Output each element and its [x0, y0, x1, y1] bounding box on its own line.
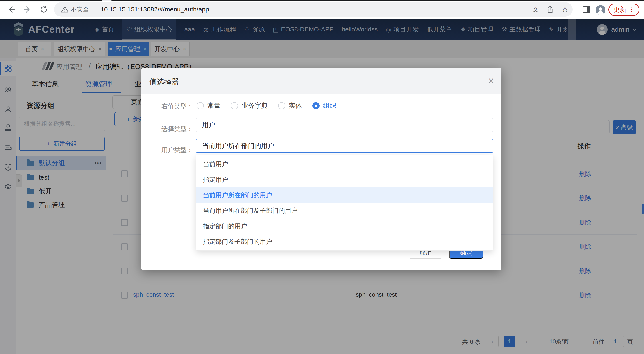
radio-entity[interactable]: 实体 — [278, 101, 302, 110]
bookmark-star-icon[interactable]: ☆ — [561, 5, 568, 14]
right-type-radio-group: 常量 业务字典 实体 组织 — [196, 101, 346, 110]
option-specified-user[interactable]: 指定用户 — [196, 172, 493, 187]
translate-icon[interactable]: 文 — [532, 5, 539, 14]
option-specified-dept-subdept-users[interactable]: 指定部门及子部门的用户 — [196, 234, 493, 249]
dialog-header: 值选择器 × — [141, 68, 502, 94]
radio-organization[interactable]: 组织 — [312, 101, 336, 110]
radio-business-dict[interactable]: 业务字典 — [231, 101, 268, 110]
browser-tab-notch — [102, 0, 112, 1]
security-label[interactable]: 不安全 — [71, 5, 89, 13]
address-bar[interactable]: 不安全 10.15.15.151:13082/#/menu_auth/app 文… — [54, 2, 572, 17]
browser-update-button[interactable]: 更新 ⋮ — [608, 3, 640, 16]
browser-back-button[interactable] — [5, 3, 18, 16]
radio-constant[interactable]: 常量 — [196, 101, 220, 110]
update-label: 更新 — [614, 5, 626, 14]
option-current-user-dept-subdept-users[interactable]: 当前用户所在部门及子部门的用户 — [196, 203, 493, 218]
value-selector-dialog: 值选择器 × 右值类型： 常量 业务字典 实体 组织 选择类型： 用户 用户类型… — [141, 68, 502, 270]
browser-menu-icon[interactable]: ⋮ — [629, 6, 634, 13]
radio-icon — [231, 102, 238, 109]
option-current-user-dept-users[interactable]: 当前用户所在部门的用户 — [196, 187, 493, 203]
select-type-label: 选择类型： — [146, 125, 193, 133]
user-type-label: 用户类型： — [146, 146, 193, 154]
right-type-label: 右值类型： — [146, 102, 193, 111]
radio-icon — [278, 102, 285, 109]
browser-profile-avatar[interactable] — [596, 5, 606, 15]
page-viewport: AFCenter ◈首页 ♡组织权限中心 aaa ⚖工作流程 ♡资源 ◳EOS8… — [0, 19, 644, 354]
user-type-field[interactable]: 当前用户所在部门的用户 — [196, 139, 493, 153]
user-type-dropdown: 当前用户 指定用户 当前用户所在部门的用户 当前用户所在部门及子部门的用户 指定… — [196, 155, 493, 251]
browser-forward-button[interactable] — [21, 3, 34, 16]
option-specified-dept-users[interactable]: 指定部门的用户 — [196, 218, 493, 234]
not-secure-warning-icon — [61, 6, 68, 13]
close-icon[interactable]: × — [488, 76, 494, 85]
radio-selected-icon — [312, 102, 320, 109]
option-current-user[interactable]: 当前用户 — [196, 156, 493, 172]
select-type-field[interactable]: 用户 — [196, 118, 493, 132]
radio-icon — [196, 102, 204, 109]
dialog-title: 值选择器 — [149, 77, 179, 87]
side-panel-icon[interactable] — [583, 6, 590, 12]
browser-reload-button[interactable] — [38, 3, 50, 16]
window-top-strip — [0, 0, 644, 1]
browser-chrome: 不安全 10.15.15.151:13082/#/menu_auth/app 文… — [0, 0, 644, 19]
address-divider — [95, 6, 95, 13]
share-icon[interactable] — [546, 6, 554, 13]
url-text[interactable]: 10.15.15.151:13082/#/menu_auth/app — [101, 6, 209, 13]
